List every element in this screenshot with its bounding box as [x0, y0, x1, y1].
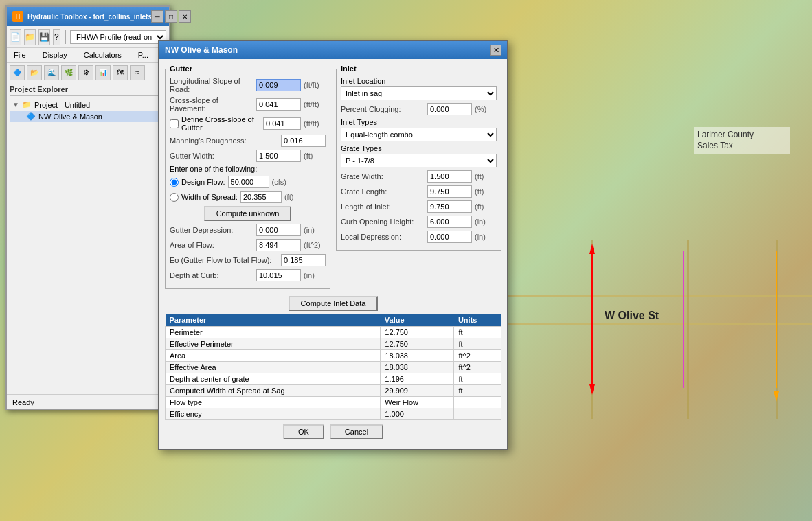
cell-parameter: Effective Perimeter: [166, 338, 381, 350]
cell-value: 18.038: [381, 350, 454, 362]
inlet-location-select[interactable]: Inlet in sag: [341, 86, 497, 100]
grate-length-unit: (ft): [475, 187, 497, 196]
cell-parameter: Perimeter: [166, 327, 381, 338]
col-header-parameter: Parameter: [166, 314, 381, 327]
cell-units: ft: [454, 338, 501, 350]
gutter-depression-row: Gutter Depression: (in): [170, 224, 326, 236]
menu-bar: File Display Calculators P...: [7, 48, 169, 63]
menu-calculators[interactable]: Calculators: [80, 49, 126, 61]
maximize-button[interactable]: □: [165, 10, 177, 23]
gutter-width-input[interactable]: [256, 150, 301, 162]
grate-types-select[interactable]: P - 1-7/8: [341, 154, 497, 167]
local-depression-unit: (in): [475, 233, 497, 241]
app-title-bar: H Hydraulic Toolbox - fort_collins_inlet…: [7, 7, 169, 26]
help-button[interactable]: ?: [53, 29, 60, 45]
menu-p[interactable]: P...: [134, 49, 153, 61]
secondary-toolbar: 🔷 📂 🌊 🌿 ⚙ 📊 🗺 ≈: [7, 63, 169, 82]
sec-btn-6[interactable]: 📊: [95, 65, 111, 80]
table-row: Flow type Weir Flow: [166, 397, 501, 408]
longitudinal-slope-label: Longitudinal Slope of Road:: [170, 77, 253, 93]
curb-opening-input[interactable]: [427, 216, 472, 228]
define-cross-slope-input[interactable]: [263, 117, 301, 130]
curb-opening-row: Curb Opening Height: (in): [341, 216, 497, 228]
width-spread-input[interactable]: [240, 191, 282, 203]
cancel-button[interactable]: Cancel: [330, 424, 383, 439]
menu-display[interactable]: Display: [38, 49, 71, 61]
cell-parameter: Computed Width of Spread at Sag: [166, 385, 381, 397]
cross-slope-unit: (ft/ft): [304, 100, 326, 108]
tree-node[interactable]: 🔷 NW Olive & Mason: [10, 111, 166, 122]
sec-btn-4[interactable]: 🌿: [61, 65, 76, 80]
depth-curb-unit: (in): [304, 271, 326, 279]
define-cross-slope-checkbox[interactable]: [170, 119, 179, 128]
depth-curb-input[interactable]: [256, 269, 301, 281]
tree-project[interactable]: ▼ 📁 Project - Untitled: [10, 99, 166, 111]
length-inlet-input[interactable]: [427, 200, 472, 213]
compute-inlet-button[interactable]: Compute Inlet Data: [289, 296, 379, 311]
grate-width-input[interactable]: [427, 170, 472, 183]
sec-btn-2[interactable]: 📂: [27, 65, 42, 80]
street-label: W Olive St: [605, 310, 659, 321]
sec-btn-3[interactable]: 🌊: [44, 65, 59, 80]
longitudinal-slope-input[interactable]: [256, 79, 301, 91]
project-explorer-header: Project Explorer: [10, 85, 166, 96]
design-flow-unit: (cfs): [272, 178, 294, 186]
mannings-input[interactable]: [281, 135, 326, 147]
gutter-width-row: Gutter Width: (ft): [170, 150, 326, 162]
sec-btn-8[interactable]: ≈: [130, 65, 145, 80]
gutter-section: Gutter Longitudinal Slope of Road: (ft/f…: [165, 65, 330, 293]
grate-length-input[interactable]: [427, 185, 472, 198]
inlet-section: Inlet Inlet Location Inlet in sag Percen…: [336, 65, 501, 293]
sec-btn-7[interactable]: 🗺: [113, 65, 128, 80]
area-flow-input[interactable]: [256, 239, 301, 251]
depth-curb-row: Depth at Curb: (in): [170, 269, 326, 281]
cell-value: 12.750: [381, 327, 454, 338]
minimize-button[interactable]: ─: [151, 10, 163, 23]
local-depression-row: Local Depression: (in): [341, 231, 497, 243]
ok-button[interactable]: OK: [283, 424, 324, 439]
width-spread-label: Width of Spread:: [181, 193, 238, 201]
new-button[interactable]: 📄: [10, 29, 21, 45]
clogging-label: Percent Clogging:: [341, 105, 425, 113]
project-tree: ▼ 📁 Project - Untitled 🔷 NW Olive & Maso…: [10, 99, 166, 122]
cell-value: 1.196: [381, 373, 454, 385]
design-flow-label: Design Flow:: [181, 178, 225, 186]
gutter-depression-input[interactable]: [256, 224, 301, 236]
eo-input[interactable]: [281, 254, 326, 266]
inlet-types-select[interactable]: Equal-length combo: [341, 128, 497, 141]
sec-btn-1[interactable]: 🔷: [10, 65, 25, 80]
cell-value: 29.909: [381, 385, 454, 397]
cell-units: ft: [454, 327, 501, 338]
local-depression-label: Local Depression:: [341, 233, 425, 241]
clogging-input[interactable]: [427, 103, 472, 115]
profile-dropdown[interactable]: FHWA Profile (read-only): [70, 30, 166, 44]
compute-unknown-button[interactable]: Compute unknown: [204, 206, 292, 221]
cross-slope-input[interactable]: [256, 98, 301, 111]
cell-parameter: Effective Area: [166, 362, 381, 373]
app-window: H Hydraulic Toolbox - fort_collins_inlet…: [5, 5, 170, 410]
open-button[interactable]: 📁: [24, 29, 36, 45]
menu-file[interactable]: File: [10, 49, 30, 61]
project-label: Project - Untitled: [34, 101, 90, 109]
folder-icon: 📁: [22, 100, 32, 109]
design-flow-input[interactable]: [228, 176, 269, 188]
local-depression-input[interactable]: [427, 231, 472, 243]
design-flow-radio[interactable]: [170, 178, 179, 187]
table-row: Effective Perimeter 12.750 ft: [166, 338, 501, 350]
dialog-window: NW Olive & Mason ✕ Gutter Longitudinal S…: [158, 40, 508, 450]
width-spread-unit: (ft): [284, 193, 306, 201]
dialog-footer: OK Cancel: [165, 420, 501, 443]
design-flow-row: Design Flow: (cfs): [170, 176, 326, 188]
gutter-depression-label: Gutter Depression:: [170, 226, 253, 234]
col-header-value: Value: [381, 314, 454, 327]
sec-btn-5[interactable]: ⚙: [78, 65, 93, 80]
clogging-row: Percent Clogging: (%): [341, 103, 497, 115]
close-app-button[interactable]: ✕: [179, 10, 191, 23]
width-spread-radio[interactable]: [170, 193, 179, 202]
dialog-title-bar: NW Olive & Mason ✕: [159, 41, 507, 59]
length-inlet-unit: (ft): [475, 202, 497, 211]
save-button[interactable]: 💾: [38, 29, 50, 45]
cross-slope-label: Cross-slope of Pavement:: [170, 96, 253, 113]
dialog-close-button[interactable]: ✕: [490, 45, 501, 56]
eo-label: Eo (Gutter Flow to Total Flow):: [170, 256, 278, 264]
